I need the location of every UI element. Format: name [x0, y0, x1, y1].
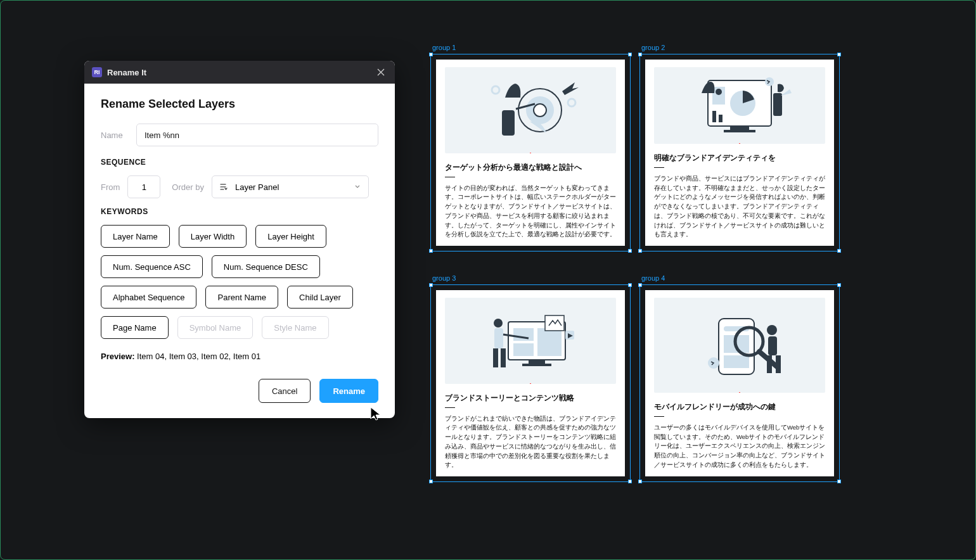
svg-point-11	[716, 89, 722, 95]
svg-rect-8	[724, 130, 755, 132]
dialog-header: RI Rename It	[84, 61, 395, 84]
resize-handle[interactable]	[429, 283, 433, 287]
selected-group-3[interactable]: group 3	[430, 284, 631, 482]
resize-handle[interactable]	[638, 480, 642, 483]
name-label: Name	[101, 130, 136, 140]
card-body: ブランドがこれまで紡いできた物語は、ブランドアイデンティティや価値観を伝え、顧客…	[445, 414, 616, 470]
selected-group-4[interactable]: group 4	[639, 284, 840, 482]
chevron-down-icon	[354, 182, 361, 192]
card-title: ターゲット分析から最適な戦略と設計へ	[445, 162, 616, 173]
svg-rect-34	[768, 336, 777, 355]
resize-handle[interactable]	[429, 53, 433, 56]
chip-num-seq-desc[interactable]: Num. Sequence DESC	[212, 255, 320, 278]
svg-point-24	[494, 319, 503, 328]
keywords-section-label: KEYWORDS	[101, 207, 378, 216]
order-by-value: Layer Panel	[235, 182, 279, 192]
dialog-heading: Rename Selected Layers	[101, 98, 378, 111]
preview-label: Preview:	[101, 352, 134, 361]
card: 明確なブランドアイデンティティを ブランドや商品、サービスにはブランドアイデンテ…	[645, 60, 834, 246]
order-by-select[interactable]: Layer Panel	[212, 175, 369, 198]
resize-handle[interactable]	[628, 283, 632, 287]
card-illustration	[445, 298, 616, 384]
divider	[445, 407, 455, 408]
order-by-label: Order by	[172, 182, 204, 192]
card: モバイルフレンドリーが成功への鍵 ユーザーの多くはモバイルデバイスを使用してWe…	[645, 290, 834, 476]
svg-rect-14	[712, 111, 716, 122]
svg-rect-19	[513, 328, 534, 341]
from-label: From	[101, 182, 120, 192]
keyword-chips: Layer Name Layer Width Layer Height Num.…	[101, 225, 378, 339]
svg-point-2	[534, 104, 546, 117]
resize-handle[interactable]	[837, 283, 841, 287]
sequence-section-label: SEQUENCE	[101, 158, 378, 167]
group-label: group 3	[432, 274, 456, 282]
svg-rect-12	[773, 93, 782, 116]
resize-handle[interactable]	[628, 480, 632, 483]
group-label: group 2	[641, 44, 665, 51]
dialog-body: Rename Selected Layers Name SEQUENCE Fro…	[84, 84, 395, 418]
resize-handle[interactable]	[638, 249, 642, 253]
svg-rect-3	[502, 110, 515, 136]
svg-rect-7	[730, 126, 749, 130]
card-title: モバイルフレンドリーが成功への鍵	[654, 402, 825, 412]
resize-handle[interactable]	[837, 53, 841, 56]
rename-dialog: RI Rename It Rename Selected Layers Name…	[84, 61, 395, 418]
resize-handle[interactable]	[628, 53, 632, 56]
divider	[654, 167, 664, 168]
cancel-button[interactable]: Cancel	[259, 379, 311, 403]
svg-rect-31	[724, 355, 749, 368]
close-icon[interactable]	[375, 66, 387, 79]
resize-handle[interactable]	[628, 249, 632, 253]
name-input[interactable]	[136, 124, 378, 146]
card-title: ブランドストーリーとコンテンツ戦略	[445, 393, 616, 404]
svg-rect-20	[513, 343, 534, 356]
canvas[interactable]: group 1 ターゲット分析から最	[430, 54, 842, 485]
group-label: group 1	[432, 44, 456, 51]
chip-child-layer[interactable]: Child Layer	[287, 286, 353, 309]
preview-value: Item 04, Item 03, Item 02, Item 01	[137, 352, 260, 361]
resize-handle[interactable]	[429, 249, 433, 253]
svg-rect-15	[719, 115, 722, 122]
svg-rect-25	[494, 328, 503, 348]
svg-rect-27	[501, 348, 506, 367]
svg-rect-18	[522, 364, 551, 366]
chip-alphabet-seq[interactable]: Alphabet Sequence	[101, 286, 196, 309]
card: ターゲット分析から最適な戦略と設計へ サイトの目的が変われば、当然ターゲットも変…	[436, 60, 625, 246]
resize-handle[interactable]	[429, 480, 433, 483]
chip-layer-height[interactable]: Layer Height	[255, 225, 326, 248]
resize-handle[interactable]	[638, 53, 642, 56]
svg-rect-26	[493, 348, 498, 367]
card-body: サイトの目的が変われば、当然ターゲットも変わってきます。コーポレートサイトは、幅…	[445, 184, 616, 239]
resize-handle[interactable]	[638, 283, 642, 287]
card-title: 明確なブランドアイデンティティを	[654, 153, 825, 163]
chip-page-name[interactable]: Page Name	[101, 316, 169, 339]
chip-layer-width[interactable]: Layer Width	[179, 225, 247, 248]
svg-point-33	[767, 325, 777, 335]
rename-button[interactable]: Rename	[319, 379, 378, 403]
selected-group-1[interactable]: group 1 ターゲット分析から最	[430, 54, 631, 251]
chip-style-name: Style Name	[262, 316, 328, 339]
card-illustration	[654, 298, 825, 393]
resize-handle[interactable]	[837, 249, 841, 253]
svg-point-5	[492, 86, 499, 94]
from-input[interactable]	[127, 175, 160, 198]
chip-num-seq-asc[interactable]: Num. Sequence ASC	[101, 255, 203, 278]
card-body: ブランドや商品、サービスにはブランドアイデンティティが存在しています。不明確なま…	[654, 174, 825, 239]
chip-symbol-name: Symbol Name	[177, 316, 254, 339]
divider	[654, 416, 664, 417]
divider	[445, 177, 455, 177]
svg-rect-36	[776, 355, 781, 373]
svg-point-4	[568, 99, 575, 106]
plugin-logo: RI	[92, 67, 102, 77]
chip-layer-name[interactable]: Layer Name	[101, 225, 170, 248]
chip-parent-name[interactable]: Parent Name	[205, 286, 278, 309]
svg-rect-21	[537, 328, 562, 356]
card-illustration	[445, 67, 616, 153]
card: ブランドストーリーとコンテンツ戦略 ブランドがこれまで紡いできた物語は、ブランド…	[436, 290, 625, 476]
dialog-title: Rename It	[107, 68, 146, 77]
group-label: group 4	[641, 274, 665, 282]
selected-group-2[interactable]: group 2	[639, 54, 840, 251]
resize-handle[interactable]	[837, 480, 841, 483]
card-body: ユーザーの多くはモバイルデバイスを使用してWebサイトを閲覧しています。そのため…	[654, 423, 825, 470]
sort-icon	[219, 182, 229, 192]
